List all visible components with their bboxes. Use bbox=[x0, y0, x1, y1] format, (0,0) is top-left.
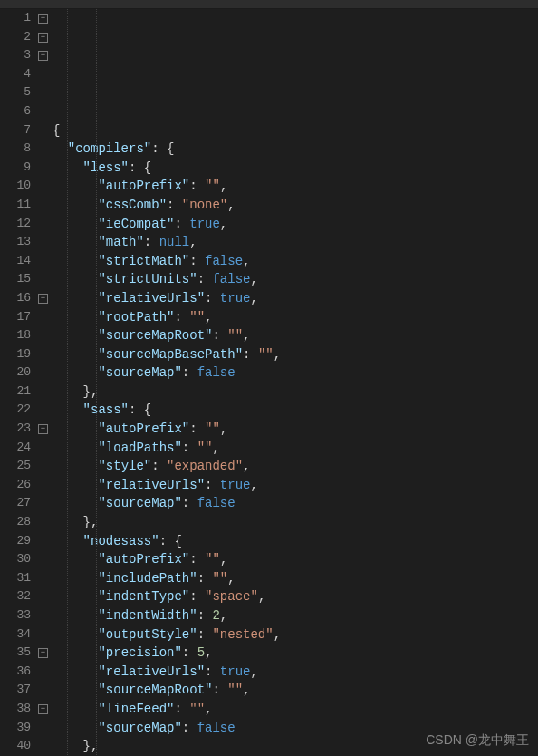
line-number: 25 bbox=[0, 457, 31, 476]
json-key: "sourceMapRoot" bbox=[98, 328, 212, 343]
json-punct: , bbox=[243, 683, 250, 697]
code-line[interactable]: "precision": 5, bbox=[53, 644, 538, 663]
json-punct: : bbox=[182, 496, 197, 510]
code-line[interactable]: "sourceMap": false bbox=[53, 363, 538, 383]
json-punct: : bbox=[189, 589, 205, 604]
code-line[interactable]: "sass": { bbox=[53, 401, 538, 420]
code-line[interactable]: "includePath": "", bbox=[53, 569, 538, 588]
json-punct: : bbox=[197, 272, 213, 286]
code-line[interactable]: "rootPath": "", bbox=[53, 308, 538, 327]
json-key: "sass" bbox=[83, 402, 129, 417]
code-line[interactable]: "cssComb": "none", bbox=[53, 196, 538, 215]
code-line[interactable]: "autoPrefix": "", bbox=[53, 177, 538, 196]
json-punct: : bbox=[144, 235, 159, 249]
line-number: 34 bbox=[0, 625, 31, 645]
json-punct: : bbox=[182, 365, 197, 380]
json-keyword: false bbox=[212, 272, 250, 286]
fold-column[interactable]: −−−−−−− bbox=[36, 9, 53, 756]
json-punct: : bbox=[189, 179, 205, 193]
json-punct: : { bbox=[129, 402, 151, 417]
code-line[interactable]: "autoPrefix": "", bbox=[53, 550, 538, 569]
code-line[interactable]: "sourceMap": false bbox=[53, 494, 538, 513]
json-keyword: true bbox=[220, 664, 251, 679]
json-number: 5 bbox=[197, 645, 205, 660]
json-key: "precision" bbox=[98, 645, 181, 660]
json-key: "relativeUrls" bbox=[98, 478, 205, 492]
json-key: "sourceMap" bbox=[98, 496, 181, 510]
line-number: 9 bbox=[0, 159, 31, 178]
code-line[interactable]: "strictMath": false, bbox=[53, 252, 538, 271]
json-punct: : bbox=[182, 645, 197, 660]
json-punct: : bbox=[182, 721, 197, 735]
code-line[interactable]: "autoPrefix": "", bbox=[53, 420, 538, 439]
line-number: 22 bbox=[0, 401, 31, 420]
code-line[interactable]: "relativeUrls": true, bbox=[53, 663, 538, 682]
line-number: 11 bbox=[0, 196, 31, 215]
code-line[interactable]: "indentWidth": 2, bbox=[53, 606, 538, 625]
code-editor[interactable]: 1234567891011121314151617181920212223242… bbox=[0, 9, 538, 756]
json-key: "indentType" bbox=[98, 589, 189, 604]
json-key: "autoPrefix" bbox=[98, 552, 189, 567]
code-line[interactable]: "nodesass": { bbox=[53, 532, 538, 551]
json-key: "lineFeed" bbox=[98, 702, 174, 716]
json-key: "strictMath" bbox=[98, 254, 189, 268]
code-line[interactable]: "outputStyle": "nested", bbox=[53, 625, 538, 645]
json-punct: , bbox=[243, 328, 250, 343]
line-number: 24 bbox=[0, 439, 31, 458]
line-number: 13 bbox=[0, 233, 31, 252]
code-line[interactable]: "strictUnits": false, bbox=[53, 270, 538, 289]
json-punct: : { bbox=[151, 141, 174, 156]
fold-toggle-icon[interactable]: − bbox=[38, 51, 48, 61]
json-key: "sourceMapBasePath" bbox=[98, 347, 243, 362]
json-key: "autoPrefix" bbox=[98, 422, 189, 436]
json-punct: , bbox=[220, 217, 227, 231]
code-line[interactable]: "math": null, bbox=[53, 233, 538, 252]
fold-toggle-icon[interactable]: − bbox=[38, 33, 48, 43]
code-line[interactable]: "indentType": "space", bbox=[53, 587, 538, 606]
code-line[interactable]: "lineFeed": "", bbox=[53, 700, 538, 719]
json-key: "cssComb" bbox=[98, 198, 167, 212]
code-line[interactable]: "sourceMapRoot": "", bbox=[53, 326, 538, 345]
code-area[interactable]: { "compilers": { "less": { "autoPrefix":… bbox=[53, 9, 538, 756]
json-punct: : bbox=[151, 459, 167, 473]
json-keyword: true bbox=[220, 478, 251, 492]
json-keyword: true bbox=[220, 291, 251, 305]
code-line[interactable]: "sourceMapBasePath": "", bbox=[53, 345, 538, 364]
fold-toggle-icon[interactable]: − bbox=[38, 14, 48, 24]
json-keyword: false bbox=[197, 721, 235, 735]
line-number: 8 bbox=[0, 140, 31, 159]
line-number: 19 bbox=[0, 345, 31, 364]
fold-toggle-icon[interactable]: − bbox=[38, 648, 48, 658]
code-line[interactable]: "relativeUrls": true, bbox=[53, 476, 538, 495]
tab-bar[interactable] bbox=[0, 0, 538, 9]
code-line[interactable]: "ieCompat": true, bbox=[53, 215, 538, 234]
line-number: 33 bbox=[0, 606, 31, 625]
json-punct: , bbox=[274, 347, 281, 362]
json-string: "" bbox=[258, 347, 274, 362]
fold-toggle-icon[interactable]: − bbox=[38, 294, 48, 304]
line-number: 29 bbox=[0, 532, 31, 551]
json-punct: , bbox=[250, 291, 257, 305]
json-punct: , bbox=[220, 422, 227, 436]
json-key: "relativeUrls" bbox=[98, 664, 205, 679]
line-number: 38 bbox=[0, 700, 31, 719]
code-line[interactable]: "sourceMapRoot": "", bbox=[53, 681, 538, 700]
json-punct: : bbox=[243, 347, 258, 362]
line-number: 4 bbox=[0, 65, 31, 84]
code-line[interactable]: "compilers": { bbox=[53, 140, 538, 159]
code-line[interactable]: }, bbox=[53, 513, 538, 532]
line-number: 36 bbox=[0, 663, 31, 682]
code-line[interactable]: "loadPaths": "", bbox=[53, 439, 538, 458]
code-line[interactable]: "relativeUrls": true, bbox=[53, 289, 538, 308]
code-line[interactable]: { bbox=[53, 121, 538, 141]
fold-toggle-icon[interactable]: − bbox=[38, 704, 48, 714]
json-punct: : bbox=[212, 328, 227, 343]
json-punct: , bbox=[205, 310, 212, 325]
json-string: "expanded" bbox=[167, 459, 243, 473]
json-punct: : bbox=[189, 422, 205, 436]
code-line[interactable]: }, bbox=[53, 383, 538, 402]
line-number: 18 bbox=[0, 326, 31, 345]
code-line[interactable]: "style": "expanded", bbox=[53, 457, 538, 476]
code-line[interactable]: "less": { bbox=[53, 159, 538, 178]
fold-toggle-icon[interactable]: − bbox=[38, 424, 48, 434]
